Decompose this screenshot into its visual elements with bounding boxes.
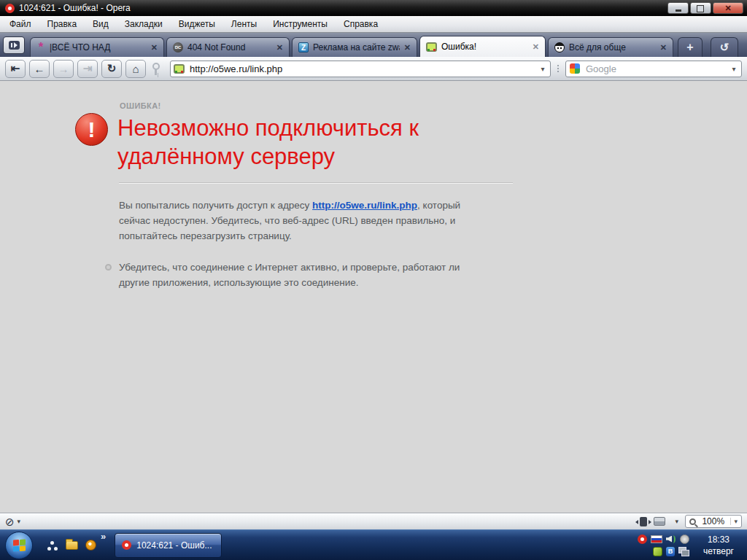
clock-time: 18:33 [695,534,742,545]
taskbar-opera-button[interactable]: 1024:621 - Ошиб... [115,533,222,558]
tab-vse-dlya-obshche[interactable]: Всё для обще ✕ [548,37,673,57]
reload-button[interactable]: ↻ [101,60,122,78]
page-favicon-icon [426,42,437,52]
panels-toggle-button[interactable] [3,36,25,54]
page-content: ! ОШИБКА! Невозможно подключиться к удал… [0,81,747,513]
tray-status-icon[interactable] [680,534,689,544]
quick-launch [47,540,96,551]
search-dropdown-icon[interactable]: ▾ [727,61,741,77]
network-icon[interactable] [678,547,689,556]
start-button[interactable] [5,532,33,559]
tab-title: 404 Not Found [187,42,272,52]
bluetooth-icon[interactable]: B [666,547,675,556]
tab-title: Всё для обще [569,42,656,52]
status-bar-right: ▾ 100% ▾ [640,515,742,528]
tab-title: Ошибка! [441,42,528,52]
tab-close-icon[interactable]: ✕ [276,43,283,52]
chevron-expand-icon[interactable]: » [101,531,106,542]
error-title: Невозможно подключиться к удалённому сер… [117,114,497,171]
opera-logo-icon [5,4,15,13]
search-field[interactable]: Google ▾ [565,61,742,77]
closed-tabs-bin-button[interactable]: ↺ [711,37,738,57]
fit-width-icon[interactable] [640,517,647,526]
tab-vse-chto-nad[interactable]: * |ВСЁ ЧТО НАД ✕ [30,37,164,57]
zoom-value: 100% [699,516,727,526]
menu-widgets[interactable]: Виджеты [171,17,223,31]
restore-button[interactable] [690,2,711,14]
error-link[interactable]: http://o5we.ru/link.php [312,200,417,211]
page-favicon-icon [174,64,185,74]
status-bar: ⊘ ▾ ▾ 100% ▾ [0,513,747,529]
title-bar: 1024:621 - Ошибка! - Opera ✕ [0,0,747,16]
back-button[interactable]: ← [29,60,50,78]
new-tab-button[interactable]: + [678,37,703,57]
blocked-content-icon[interactable]: ⊘ [5,516,15,527]
panel-icon [9,41,20,50]
quick-launch-icon-2[interactable] [85,540,96,551]
error-icon: ! [75,113,108,146]
address-bar[interactable]: http://o5we.ru/link.php ▾ [170,61,551,77]
close-button[interactable]: ✕ [713,2,743,14]
address-input[interactable]: http://o5we.ru/link.php [185,63,535,74]
menu-bar: Файл Правка Вид Закладки Виджеты Ленты И… [0,16,747,33]
images-dropdown-icon[interactable]: ▾ [675,518,678,525]
restore-icon [698,5,704,11]
wand-password-icon[interactable] [152,62,160,76]
quick-launch-icon-1[interactable] [47,540,58,551]
windows-flag-icon [13,539,26,551]
taskbar-clock[interactable]: 18:33 четверг [695,534,742,557]
menu-feeds[interactable]: Ленты [223,17,265,31]
error-paragraph: Вы попытались получить доступ к адресу h… [119,198,476,244]
fast-forward-button[interactable]: ⇥ [77,60,98,78]
divider [119,182,513,184]
folder-icon[interactable] [66,541,78,550]
antivirus-tray-icon[interactable] [653,547,662,556]
error-bullet-text: Убедитесь, что соединение с Интернет акт… [119,260,476,290]
menu-bookmarks[interactable]: Закладки [117,17,171,31]
tab-reklama[interactable]: Z Реклама на сайте zwa... ✕ [292,37,417,57]
tab-close-icon[interactable]: ✕ [404,43,411,52]
bullet-icon [105,264,112,271]
menu-help[interactable]: Справка [336,17,386,31]
magnifier-icon [689,518,696,525]
forward-button[interactable]: → [53,60,74,78]
system-tray: B [638,534,689,556]
tab-error-active[interactable]: Ошибка! ✕ [419,36,546,57]
rewind-button[interactable]: ⇤ [5,60,26,78]
opera-tray-icon[interactable] [638,534,647,544]
tab-404-not-found[interactable]: DC 404 Not Found ✕ [166,37,290,57]
paragraph-text: Вы попытались получить доступ к адресу [119,200,312,211]
google-icon [570,63,580,74]
minimize-icon [676,9,681,12]
tab-close-icon[interactable]: ✕ [151,43,158,52]
volume-icon[interactable] [666,534,676,544]
windows-taskbar: » 1024:621 - Ошиб... B 18:33 четверг [0,529,747,560]
tray-row-bottom: B [638,547,689,556]
opera-window: 1024:621 - Ошибка! - Opera ✕ Файл Правка… [0,0,747,560]
blocked-dropdown-icon[interactable]: ▾ [18,518,21,525]
opera-icon [122,540,131,550]
minimize-button[interactable] [667,2,689,14]
images-toggle-icon[interactable] [654,517,665,526]
menu-edit[interactable]: Правка [39,17,85,31]
face-favicon-icon [554,42,565,52]
z-favicon-icon: Z [298,42,309,52]
tab-bar: * |ВСЁ ЧТО НАД ✕ DC 404 Not Found ✕ Z Ре… [0,33,747,57]
task-button-label: 1024:621 - Ошиб... [136,540,212,551]
search-input[interactable]: Google [580,63,727,74]
language-flag-icon[interactable] [651,535,662,543]
menu-view[interactable]: Вид [85,17,117,31]
tab-close-icon[interactable]: ✕ [533,42,539,52]
address-dropdown-icon[interactable]: ▾ [535,61,550,77]
zoom-dropdown-icon[interactable]: ▾ [730,518,738,525]
error-label: ОШИБКА! [120,101,161,110]
asterisk-favicon-icon: * [36,44,45,51]
menu-file[interactable]: Файл [1,17,39,31]
menu-tools[interactable]: Инструменты [265,17,336,31]
home-button[interactable]: ⌂ [125,60,146,78]
clock-day: четверг [695,545,742,557]
toolbar-splitter-handle[interactable] [554,62,562,75]
tab-close-icon[interactable]: ✕ [660,43,667,52]
zoom-control[interactable]: 100% ▾ [685,515,742,528]
tab-title: Реклама на сайте zwa... [313,42,400,52]
